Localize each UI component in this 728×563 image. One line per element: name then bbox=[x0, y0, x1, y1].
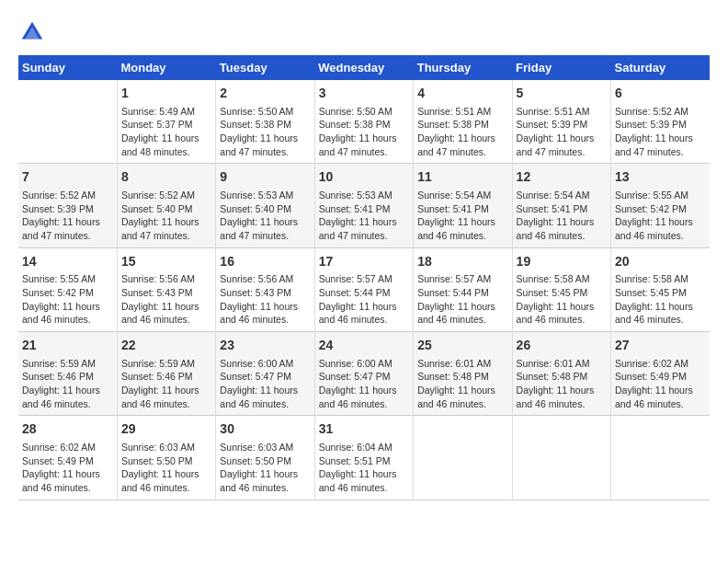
day-number: 20 bbox=[615, 253, 706, 271]
day-number: 21 bbox=[22, 337, 113, 355]
day-info: Sunrise: 5:58 AM Sunset: 5:45 PM Dayligh… bbox=[517, 272, 607, 327]
calendar-cell: 5Sunrise: 5:51 AM Sunset: 5:39 PM Daylig… bbox=[512, 80, 610, 164]
day-number: 19 bbox=[517, 253, 607, 271]
calendar-cell: 3Sunrise: 5:50 AM Sunset: 5:38 PM Daylig… bbox=[314, 80, 413, 164]
day-info: Sunrise: 5:57 AM Sunset: 5:44 PM Dayligh… bbox=[417, 272, 507, 327]
day-number: 14 bbox=[22, 253, 113, 271]
day-header: Sunday bbox=[18, 55, 117, 80]
day-number: 17 bbox=[319, 253, 409, 271]
day-number: 25 bbox=[417, 337, 507, 355]
calendar-cell: 19Sunrise: 5:58 AM Sunset: 5:45 PM Dayli… bbox=[512, 247, 610, 331]
calendar-cell: 17Sunrise: 5:57 AM Sunset: 5:44 PM Dayli… bbox=[314, 247, 413, 331]
calendar-cell bbox=[414, 416, 512, 500]
day-number: 11 bbox=[417, 168, 507, 187]
day-number: 22 bbox=[121, 337, 211, 355]
day-info: Sunrise: 6:02 AM Sunset: 5:49 PM Dayligh… bbox=[615, 357, 706, 411]
day-number: 30 bbox=[220, 420, 310, 439]
day-number: 27 bbox=[615, 337, 706, 355]
day-info: Sunrise: 5:52 AM Sunset: 5:39 PM Dayligh… bbox=[22, 189, 113, 243]
day-info: Sunrise: 5:50 AM Sunset: 5:38 PM Dayligh… bbox=[319, 105, 409, 159]
calendar-cell bbox=[18, 80, 117, 164]
day-number: 23 bbox=[220, 337, 310, 355]
calendar-cell: 27Sunrise: 6:02 AM Sunset: 5:49 PM Dayli… bbox=[611, 332, 710, 416]
day-info: Sunrise: 6:03 AM Sunset: 5:50 PM Dayligh… bbox=[121, 441, 211, 495]
calendar-cell: 12Sunrise: 5:54 AM Sunset: 5:41 PM Dayli… bbox=[512, 164, 610, 247]
day-header: Monday bbox=[117, 55, 215, 80]
page-header bbox=[18, 18, 710, 46]
day-number: 12 bbox=[517, 168, 607, 187]
day-number: 29 bbox=[121, 420, 211, 439]
calendar-cell: 9Sunrise: 5:53 AM Sunset: 5:40 PM Daylig… bbox=[216, 164, 314, 247]
calendar-cell: 22Sunrise: 5:59 AM Sunset: 5:46 PM Dayli… bbox=[117, 332, 215, 416]
day-number: 7 bbox=[22, 168, 113, 187]
day-info: Sunrise: 5:55 AM Sunset: 5:42 PM Dayligh… bbox=[615, 189, 706, 243]
calendar-week-row: 21Sunrise: 5:59 AM Sunset: 5:46 PM Dayli… bbox=[18, 332, 710, 416]
day-info: Sunrise: 5:53 AM Sunset: 5:41 PM Dayligh… bbox=[319, 189, 409, 243]
day-number: 5 bbox=[517, 85, 607, 103]
day-number: 9 bbox=[220, 168, 310, 187]
day-header: Wednesday bbox=[314, 55, 413, 80]
calendar-cell: 26Sunrise: 6:01 AM Sunset: 5:48 PM Dayli… bbox=[512, 332, 610, 416]
day-number: 13 bbox=[615, 168, 706, 187]
calendar-cell: 31Sunrise: 6:04 AM Sunset: 5:51 PM Dayli… bbox=[314, 416, 413, 500]
calendar-cell: 6Sunrise: 5:52 AM Sunset: 5:39 PM Daylig… bbox=[611, 80, 710, 164]
day-info: Sunrise: 6:01 AM Sunset: 5:48 PM Dayligh… bbox=[417, 357, 507, 411]
day-info: Sunrise: 5:54 AM Sunset: 5:41 PM Dayligh… bbox=[517, 189, 607, 243]
calendar-cell: 16Sunrise: 5:56 AM Sunset: 5:43 PM Dayli… bbox=[216, 247, 314, 331]
day-number: 16 bbox=[220, 253, 310, 271]
day-number: 4 bbox=[417, 85, 507, 103]
day-info: Sunrise: 5:52 AM Sunset: 5:40 PM Dayligh… bbox=[121, 189, 211, 243]
day-info: Sunrise: 5:55 AM Sunset: 5:42 PM Dayligh… bbox=[22, 272, 113, 327]
day-info: Sunrise: 6:00 AM Sunset: 5:47 PM Dayligh… bbox=[319, 357, 409, 411]
day-info: Sunrise: 5:56 AM Sunset: 5:43 PM Dayligh… bbox=[121, 272, 211, 327]
day-info: Sunrise: 5:54 AM Sunset: 5:41 PM Dayligh… bbox=[417, 189, 507, 243]
calendar-cell bbox=[512, 416, 610, 500]
calendar-header: SundayMondayTuesdayWednesdayThursdayFrid… bbox=[18, 55, 710, 80]
day-info: Sunrise: 5:51 AM Sunset: 5:39 PM Dayligh… bbox=[517, 105, 607, 159]
day-info: Sunrise: 5:52 AM Sunset: 5:39 PM Dayligh… bbox=[615, 105, 706, 159]
day-header: Friday bbox=[512, 55, 610, 80]
day-number: 10 bbox=[319, 168, 409, 187]
calendar-cell: 20Sunrise: 5:58 AM Sunset: 5:45 PM Dayli… bbox=[611, 247, 710, 331]
calendar-cell: 10Sunrise: 5:53 AM Sunset: 5:41 PM Dayli… bbox=[314, 164, 413, 247]
calendar-cell: 25Sunrise: 6:01 AM Sunset: 5:48 PM Dayli… bbox=[414, 332, 512, 416]
day-info: Sunrise: 5:59 AM Sunset: 5:46 PM Dayligh… bbox=[121, 357, 211, 411]
calendar-cell: 8Sunrise: 5:52 AM Sunset: 5:40 PM Daylig… bbox=[117, 164, 215, 247]
day-number: 24 bbox=[319, 337, 409, 355]
calendar-week-row: 1Sunrise: 5:49 AM Sunset: 5:37 PM Daylig… bbox=[18, 80, 710, 164]
day-info: Sunrise: 6:04 AM Sunset: 5:51 PM Dayligh… bbox=[319, 441, 409, 495]
day-number: 15 bbox=[121, 253, 211, 271]
logo bbox=[18, 18, 50, 46]
calendar-cell: 28Sunrise: 6:02 AM Sunset: 5:49 PM Dayli… bbox=[18, 416, 117, 500]
calendar-cell: 24Sunrise: 6:00 AM Sunset: 5:47 PM Dayli… bbox=[314, 332, 413, 416]
calendar-table: SundayMondayTuesdayWednesdayThursdayFrid… bbox=[18, 55, 710, 500]
day-info: Sunrise: 5:56 AM Sunset: 5:43 PM Dayligh… bbox=[220, 272, 310, 327]
calendar-cell: 11Sunrise: 5:54 AM Sunset: 5:41 PM Dayli… bbox=[414, 164, 512, 247]
day-header: Saturday bbox=[611, 55, 710, 80]
calendar-cell: 29Sunrise: 6:03 AM Sunset: 5:50 PM Dayli… bbox=[117, 416, 215, 500]
day-info: Sunrise: 6:03 AM Sunset: 5:50 PM Dayligh… bbox=[220, 441, 310, 495]
day-info: Sunrise: 5:49 AM Sunset: 5:37 PM Dayligh… bbox=[121, 105, 211, 159]
day-number: 28 bbox=[22, 420, 113, 439]
calendar-cell: 1Sunrise: 5:49 AM Sunset: 5:37 PM Daylig… bbox=[117, 80, 215, 164]
day-number: 2 bbox=[220, 85, 310, 103]
calendar-cell bbox=[611, 416, 710, 500]
calendar-cell: 15Sunrise: 5:56 AM Sunset: 5:43 PM Dayli… bbox=[117, 247, 215, 331]
day-header: Thursday bbox=[414, 55, 512, 80]
day-info: Sunrise: 5:59 AM Sunset: 5:46 PM Dayligh… bbox=[22, 357, 113, 411]
calendar-cell: 13Sunrise: 5:55 AM Sunset: 5:42 PM Dayli… bbox=[611, 164, 710, 247]
logo-icon bbox=[18, 18, 46, 46]
calendar-cell: 18Sunrise: 5:57 AM Sunset: 5:44 PM Dayli… bbox=[414, 247, 512, 331]
day-info: Sunrise: 5:53 AM Sunset: 5:40 PM Dayligh… bbox=[220, 189, 310, 243]
day-number: 31 bbox=[319, 420, 409, 439]
calendar-week-row: 28Sunrise: 6:02 AM Sunset: 5:49 PM Dayli… bbox=[18, 416, 710, 500]
day-number: 8 bbox=[121, 168, 211, 187]
calendar-body: 1Sunrise: 5:49 AM Sunset: 5:37 PM Daylig… bbox=[18, 80, 710, 500]
day-number: 6 bbox=[615, 85, 706, 103]
calendar-cell: 23Sunrise: 6:00 AM Sunset: 5:47 PM Dayli… bbox=[216, 332, 314, 416]
day-info: Sunrise: 5:58 AM Sunset: 5:45 PM Dayligh… bbox=[615, 272, 706, 327]
day-info: Sunrise: 6:02 AM Sunset: 5:49 PM Dayligh… bbox=[22, 441, 113, 495]
day-header: Tuesday bbox=[216, 55, 314, 80]
day-number: 18 bbox=[417, 253, 507, 271]
calendar-cell: 21Sunrise: 5:59 AM Sunset: 5:46 PM Dayli… bbox=[18, 332, 117, 416]
